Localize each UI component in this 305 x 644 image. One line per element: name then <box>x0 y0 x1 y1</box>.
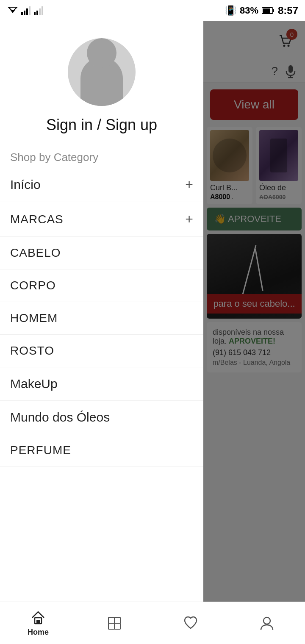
nav-label-home: Home <box>28 628 49 637</box>
avatar-person-silhouette <box>80 57 123 106</box>
avatar-section: Sign in / Sign up <box>0 21 203 147</box>
menu-label-makeup: MakeUp <box>10 377 58 391</box>
menu-label-perfume: PERFUME <box>10 444 71 457</box>
nav-item-profile[interactable] <box>229 615 305 632</box>
clock: 8:57 <box>278 5 298 17</box>
nav-item-wishlist[interactable] <box>152 615 229 632</box>
signal-icon-2 <box>34 6 44 15</box>
menu-item-makeup[interactable]: MakeUp <box>0 367 203 401</box>
side-drawer: Sign in / Sign up Shop by Category Iníci… <box>0 21 203 602</box>
menu-label-homem: HOMEM <box>10 311 58 325</box>
menu-item-rosto[interactable]: ROSTO <box>0 335 203 367</box>
menu-label-inicio: Início <box>10 178 41 192</box>
svg-point-24 <box>263 617 270 624</box>
heart-icon <box>182 615 199 632</box>
status-icons-left <box>7 6 44 15</box>
plus-icon-marcas: + <box>185 211 193 227</box>
svg-rect-21 <box>114 617 120 623</box>
sign-in-text[interactable]: Sign in / Sign up <box>46 116 157 134</box>
menu-label-corpo: CORPO <box>10 279 56 292</box>
bottom-navigation: Home <box>0 602 305 644</box>
menu-item-cabelo[interactable]: CABELO <box>0 237 203 269</box>
menu-item-corpo[interactable]: CORPO <box>0 269 203 302</box>
svg-rect-12 <box>263 8 270 13</box>
svg-rect-7 <box>36 11 38 15</box>
menu-item-perfume[interactable]: PERFUME <box>0 434 203 467</box>
svg-rect-23 <box>114 623 120 629</box>
nav-item-palette[interactable] <box>76 615 152 632</box>
category-header: Shop by Category <box>0 147 203 167</box>
svg-rect-4 <box>26 8 28 15</box>
vibrate-icon: 📳 <box>225 5 236 16</box>
svg-rect-6 <box>34 12 36 15</box>
svg-rect-11 <box>273 9 274 12</box>
signal-icon <box>21 6 31 15</box>
menu-item-marcas[interactable]: MARCAS + <box>0 202 203 237</box>
battery-icon <box>262 7 274 14</box>
svg-rect-5 <box>29 6 30 15</box>
menu-item-inicio[interactable]: Início + <box>0 167 203 202</box>
svg-rect-8 <box>39 8 41 15</box>
menu-item-mundo-oleos[interactable]: Mundo dos Óleos <box>0 401 203 434</box>
svg-rect-2 <box>21 12 23 15</box>
drawer-overlay[interactable] <box>203 21 305 602</box>
menu-label-marcas: MARCAS <box>10 213 64 226</box>
svg-rect-22 <box>108 623 114 629</box>
wifi-icon <box>7 6 19 15</box>
menu-label-mundo-oleos: Mundo dos Óleos <box>10 410 110 425</box>
menu-label-cabelo: CABELO <box>10 246 61 260</box>
plus-icon-inicio: + <box>185 177 193 192</box>
palette-icon <box>106 615 123 632</box>
home-icon <box>30 609 47 626</box>
nav-item-home[interactable]: Home <box>0 609 76 637</box>
svg-rect-19 <box>36 620 40 624</box>
avatar <box>68 38 136 106</box>
svg-rect-20 <box>108 617 114 623</box>
menu-item-homem[interactable]: HOMEM <box>0 302 203 335</box>
svg-rect-9 <box>42 6 43 15</box>
battery-percent: 83% <box>240 5 258 16</box>
svg-rect-3 <box>24 11 25 15</box>
status-bar: 📳 83% 8:57 <box>0 0 305 21</box>
profile-icon <box>258 615 275 632</box>
status-icons-right: 📳 83% 8:57 <box>225 5 298 17</box>
menu-label-rosto: ROSTO <box>10 344 54 358</box>
